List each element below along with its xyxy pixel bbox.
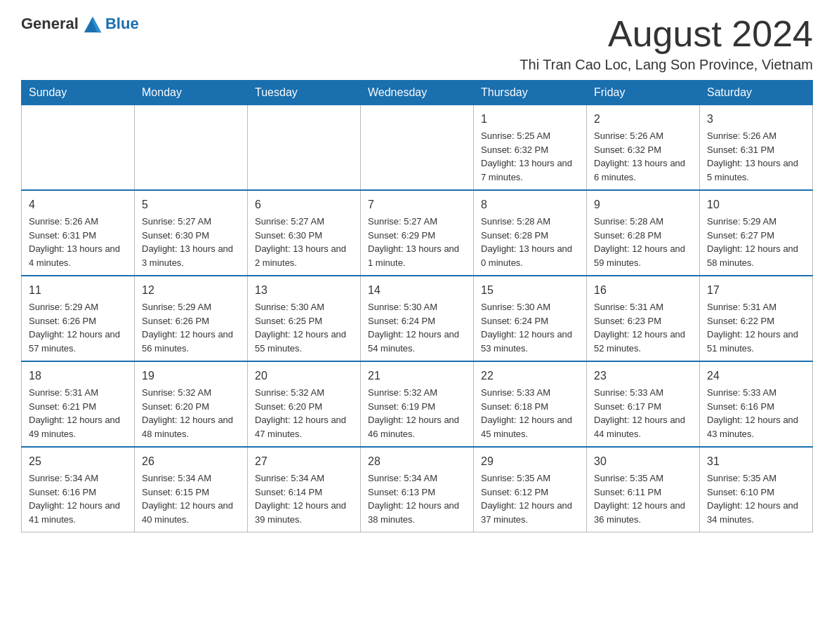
calendar-day-header: Sunday: [22, 81, 135, 105]
calendar-cell: 6Sunrise: 5:27 AMSunset: 6:30 PMDaylight…: [248, 190, 361, 276]
day-info: Sunrise: 5:35 AMSunset: 6:12 PMDaylight:…: [481, 471, 579, 526]
calendar-cell: [135, 105, 248, 191]
day-info: Sunrise: 5:33 AMSunset: 6:16 PMDaylight:…: [707, 386, 805, 441]
calendar-cell: 28Sunrise: 5:34 AMSunset: 6:13 PMDayligh…: [361, 447, 474, 532]
day-info: Sunrise: 5:31 AMSunset: 6:21 PMDaylight:…: [29, 386, 127, 441]
day-number: 14: [368, 282, 466, 299]
day-info: Sunrise: 5:30 AMSunset: 6:24 PMDaylight:…: [368, 300, 466, 355]
subtitle: Thi Tran Cao Loc, Lang Son Province, Vie…: [519, 57, 813, 73]
calendar-day-header: Wednesday: [361, 81, 474, 105]
day-number: 10: [707, 196, 805, 213]
calendar-cell: 10Sunrise: 5:29 AMSunset: 6:27 PMDayligh…: [700, 190, 813, 276]
calendar-cell: 2Sunrise: 5:26 AMSunset: 6:32 PMDaylight…: [587, 105, 700, 191]
calendar-cell: 29Sunrise: 5:35 AMSunset: 6:12 PMDayligh…: [474, 447, 587, 532]
calendar-cell: 8Sunrise: 5:28 AMSunset: 6:28 PMDaylight…: [474, 190, 587, 276]
calendar-cell: 25Sunrise: 5:34 AMSunset: 6:16 PMDayligh…: [22, 447, 135, 532]
day-number: 23: [594, 368, 692, 384]
day-number: 24: [707, 368, 805, 384]
calendar-cell: 18Sunrise: 5:31 AMSunset: 6:21 PMDayligh…: [22, 361, 135, 447]
calendar-cell: 7Sunrise: 5:27 AMSunset: 6:29 PMDaylight…: [361, 190, 474, 276]
day-number: 25: [29, 453, 127, 470]
day-number: 27: [255, 453, 353, 470]
main-title: August 2024: [519, 14, 813, 54]
calendar-week-row: 1Sunrise: 5:25 AMSunset: 6:32 PMDaylight…: [22, 105, 813, 191]
day-number: 1: [481, 111, 579, 128]
day-number: 20: [255, 368, 353, 384]
day-info: Sunrise: 5:29 AMSunset: 6:26 PMDaylight:…: [142, 300, 240, 355]
day-info: Sunrise: 5:34 AMSunset: 6:13 PMDaylight:…: [368, 471, 466, 526]
day-number: 9: [594, 196, 692, 213]
day-info: Sunrise: 5:30 AMSunset: 6:25 PMDaylight:…: [255, 300, 353, 355]
calendar-cell: 27Sunrise: 5:34 AMSunset: 6:14 PMDayligh…: [248, 447, 361, 532]
day-number: 16: [594, 282, 692, 299]
calendar-day-header: Thursday: [474, 81, 587, 105]
calendar-cell: 26Sunrise: 5:34 AMSunset: 6:15 PMDayligh…: [135, 447, 248, 532]
calendar-day-header: Friday: [587, 81, 700, 105]
day-info: Sunrise: 5:31 AMSunset: 6:23 PMDaylight:…: [594, 300, 692, 355]
calendar-cell: 12Sunrise: 5:29 AMSunset: 6:26 PMDayligh…: [135, 276, 248, 361]
day-info: Sunrise: 5:35 AMSunset: 6:10 PMDaylight:…: [707, 471, 805, 526]
calendar-cell: 9Sunrise: 5:28 AMSunset: 6:28 PMDaylight…: [587, 190, 700, 276]
calendar-cell: 11Sunrise: 5:29 AMSunset: 6:26 PMDayligh…: [22, 276, 135, 361]
day-number: 5: [142, 196, 240, 213]
day-number: 30: [594, 453, 692, 470]
day-info: Sunrise: 5:28 AMSunset: 6:28 PMDaylight:…: [594, 215, 692, 269]
calendar-cell: [361, 105, 474, 191]
calendar-cell: 14Sunrise: 5:30 AMSunset: 6:24 PMDayligh…: [361, 276, 474, 361]
day-info: Sunrise: 5:26 AMSunset: 6:31 PMDaylight:…: [707, 129, 805, 184]
day-info: Sunrise: 5:32 AMSunset: 6:20 PMDaylight:…: [255, 386, 353, 441]
day-number: 11: [29, 282, 127, 299]
day-info: Sunrise: 5:27 AMSunset: 6:30 PMDaylight:…: [142, 215, 240, 269]
calendar-cell: 3Sunrise: 5:26 AMSunset: 6:31 PMDaylight…: [700, 105, 813, 191]
day-number: 29: [481, 453, 579, 470]
day-info: Sunrise: 5:26 AMSunset: 6:31 PMDaylight:…: [29, 215, 127, 269]
day-number: 28: [368, 453, 466, 470]
calendar-cell: 23Sunrise: 5:33 AMSunset: 6:17 PMDayligh…: [587, 361, 700, 447]
day-info: Sunrise: 5:33 AMSunset: 6:17 PMDaylight:…: [594, 386, 692, 441]
calendar-cell: 13Sunrise: 5:30 AMSunset: 6:25 PMDayligh…: [248, 276, 361, 361]
logo-text-blue: Blue: [105, 15, 139, 33]
calendar-cell: 22Sunrise: 5:33 AMSunset: 6:18 PMDayligh…: [474, 361, 587, 447]
day-number: 22: [481, 368, 579, 384]
day-number: 13: [255, 282, 353, 299]
calendar-cell: 17Sunrise: 5:31 AMSunset: 6:22 PMDayligh…: [700, 276, 813, 361]
logo-icon: [83, 14, 102, 34]
calendar-header-row: SundayMondayTuesdayWednesdayThursdayFrid…: [22, 81, 813, 105]
calendar-day-header: Monday: [135, 81, 248, 105]
day-info: Sunrise: 5:26 AMSunset: 6:32 PMDaylight:…: [594, 129, 692, 184]
day-info: Sunrise: 5:31 AMSunset: 6:22 PMDaylight:…: [707, 300, 805, 355]
day-info: Sunrise: 5:32 AMSunset: 6:19 PMDaylight:…: [368, 386, 466, 441]
day-info: Sunrise: 5:29 AMSunset: 6:27 PMDaylight:…: [707, 215, 805, 269]
calendar-cell: 5Sunrise: 5:27 AMSunset: 6:30 PMDaylight…: [135, 190, 248, 276]
calendar-cell: 1Sunrise: 5:25 AMSunset: 6:32 PMDaylight…: [474, 105, 587, 191]
day-number: 3: [707, 111, 805, 128]
calendar-cell: 21Sunrise: 5:32 AMSunset: 6:19 PMDayligh…: [361, 361, 474, 447]
calendar-table: SundayMondayTuesdayWednesdayThursdayFrid…: [21, 80, 813, 532]
calendar-cell: [22, 105, 135, 191]
day-info: Sunrise: 5:29 AMSunset: 6:26 PMDaylight:…: [29, 300, 127, 355]
day-number: 8: [481, 196, 579, 213]
day-number: 19: [142, 368, 240, 384]
title-block: August 2024 Thi Tran Cao Loc, Lang Son P…: [519, 14, 813, 73]
calendar-cell: [248, 105, 361, 191]
day-info: Sunrise: 5:27 AMSunset: 6:30 PMDaylight:…: [255, 215, 353, 269]
day-number: 21: [368, 368, 466, 384]
calendar-cell: 15Sunrise: 5:30 AMSunset: 6:24 PMDayligh…: [474, 276, 587, 361]
day-number: 12: [142, 282, 240, 299]
calendar-cell: 16Sunrise: 5:31 AMSunset: 6:23 PMDayligh…: [587, 276, 700, 361]
day-number: 15: [481, 282, 579, 299]
calendar-week-row: 25Sunrise: 5:34 AMSunset: 6:16 PMDayligh…: [22, 447, 813, 532]
day-info: Sunrise: 5:35 AMSunset: 6:11 PMDaylight:…: [594, 471, 692, 526]
day-info: Sunrise: 5:34 AMSunset: 6:14 PMDaylight:…: [255, 471, 353, 526]
logo: General Blue: [21, 14, 139, 34]
day-info: Sunrise: 5:28 AMSunset: 6:28 PMDaylight:…: [481, 215, 579, 269]
calendar-cell: 31Sunrise: 5:35 AMSunset: 6:10 PMDayligh…: [700, 447, 813, 532]
day-number: 2: [594, 111, 692, 128]
calendar-week-row: 11Sunrise: 5:29 AMSunset: 6:26 PMDayligh…: [22, 276, 813, 361]
page-header: General Blue August 2024 Thi Tran Cao Lo…: [21, 14, 813, 73]
day-info: Sunrise: 5:34 AMSunset: 6:16 PMDaylight:…: [29, 471, 127, 526]
day-info: Sunrise: 5:33 AMSunset: 6:18 PMDaylight:…: [481, 386, 579, 441]
calendar-week-row: 18Sunrise: 5:31 AMSunset: 6:21 PMDayligh…: [22, 361, 813, 447]
day-info: Sunrise: 5:30 AMSunset: 6:24 PMDaylight:…: [481, 300, 579, 355]
calendar-cell: 4Sunrise: 5:26 AMSunset: 6:31 PMDaylight…: [22, 190, 135, 276]
